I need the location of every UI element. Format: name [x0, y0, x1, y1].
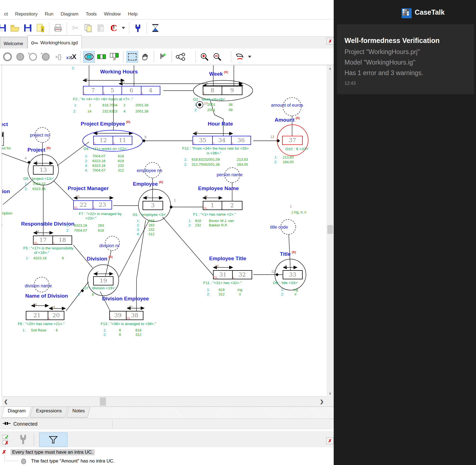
fact-role-box-23[interactable]: 23L	[93, 200, 112, 209]
zoom-out-icon[interactable]	[211, 51, 223, 63]
draw-dropdown-icon[interactable]	[247, 51, 252, 63]
paste-icon[interactable]	[95, 22, 107, 34]
verify-results-icon[interactable]: ✓✗	[2, 433, 14, 446]
save-icon[interactable]	[22, 22, 33, 34]
total-uniqueness-tool-icon[interactable]	[2, 51, 13, 63]
fact-role-box-2[interactable]: 2	[222, 201, 242, 210]
select-tool-icon[interactable]	[126, 51, 138, 63]
value-uniqueness-tool-icon[interactable]: x	[27, 51, 39, 63]
message-row[interactable]: The fact type "Amount" has no intra UC.	[0, 458, 333, 465]
rotate-boxes-view-icon[interactable]: ↺	[109, 51, 120, 63]
fact-role-box-32[interactable]: 32L	[232, 270, 252, 279]
scroll-up-icon[interactable]: ∧	[326, 65, 334, 72]
fact-role-box-8[interactable]: 8L	[203, 86, 222, 95]
role-number: 32	[239, 271, 246, 278]
constraint-number: 11	[204, 195, 208, 199]
role-number: 21	[33, 312, 41, 319]
fact-role-box-33[interactable]: 33	[283, 270, 303, 279]
open-folder-icon[interactable]	[9, 22, 21, 34]
fact-role-box-35[interactable]: 35L	[193, 136, 213, 145]
fact-role-box-37[interactable]: 37	[282, 136, 303, 145]
row-index: 2:	[103, 333, 107, 337]
add-node-tool-icon[interactable]: +	[157, 51, 169, 63]
filter-button[interactable]	[39, 433, 67, 447]
message-row[interactable]: ✗Every fact type must have an intra UC.	[0, 448, 333, 457]
fact-role-box-4[interactable]: 4L	[141, 86, 160, 95]
scroll-right-icon[interactable]: ❯	[319, 398, 325, 405]
fact-role-box-5[interactable]: 5L	[103, 86, 122, 95]
fact-role-box-7[interactable]: 7L	[83, 86, 103, 95]
zoom-in-icon[interactable]	[199, 51, 210, 63]
show-boxes-view-icon[interactable]	[96, 51, 108, 63]
fact-role-box-36[interactable]: 36L	[231, 136, 251, 145]
fact-role-box-3[interactable]: 3	[143, 201, 163, 210]
tab-welcome[interactable]: Welcome	[0, 37, 27, 48]
fact-role-box-13[interactable]: 13	[33, 165, 54, 175]
h-scroll-thumb[interactable]	[100, 397, 106, 406]
close-document-icon[interactable]: ✗	[326, 38, 334, 45]
view-tab-diagram[interactable]: Diagram	[1, 407, 31, 418]
fact-role-box-17[interactable]: 17GL	[33, 236, 53, 245]
fact-role-box-38[interactable]: 38GL	[126, 311, 143, 320]
fact-role-box-9[interactable]: 9	[222, 86, 242, 95]
menu-item-window[interactable]: Window	[100, 11, 124, 17]
exclusion-tool-icon[interactable]: x⤨X	[65, 51, 77, 63]
save-all-icon[interactable]	[0, 22, 8, 34]
diagram-canvas[interactable]: 7L5L64L8L912L11L35L34L36L371331GL222GL23…	[2, 65, 327, 396]
message-text[interactable]: The fact type "Amount" has no intra UC.	[31, 458, 115, 464]
row-index: 1:	[281, 288, 284, 292]
tools-wrench-icon[interactable]	[132, 22, 143, 34]
menu-item-ct[interactable]: ct	[1, 11, 11, 17]
menu-item-tools[interactable]: Tools	[82, 11, 100, 17]
connect-tool-icon[interactable]	[175, 51, 186, 63]
fact-role-box-20[interactable]: 20L	[48, 311, 64, 320]
fact-role-box-39[interactable]: 39L	[109, 311, 126, 320]
menu-item-repository[interactable]: Repository	[11, 11, 41, 17]
print-icon[interactable]	[52, 22, 64, 34]
fact-role-box-18[interactable]: 18L	[52, 236, 72, 245]
show-ellipse-view-icon[interactable]	[83, 51, 95, 63]
fact-role-box-21[interactable]: 21	[26, 311, 48, 320]
scroll-down-icon[interactable]: ∨	[326, 390, 334, 397]
constraint-number: 12	[271, 270, 275, 274]
lexical-marker: L	[93, 206, 95, 209]
uniqueness-tool-icon[interactable]	[14, 51, 26, 63]
fact-type-title: Employee Name	[198, 185, 239, 191]
fact-role-box-12[interactable]: 12L	[93, 136, 113, 145]
pan-hand-icon[interactable]	[139, 51, 151, 63]
copy-icon[interactable]	[83, 22, 94, 34]
v-scroll-thumb[interactable]	[327, 225, 333, 234]
fact-role-box-31[interactable]: 31GL	[213, 270, 233, 279]
h-scrollbar[interactable]: ❮ ❯	[2, 396, 326, 407]
v-scrollbar[interactable]: ∧ ∨	[326, 65, 334, 407]
row-index: 1:	[66, 223, 69, 228]
fact-role-box-11[interactable]: 11L	[113, 136, 132, 145]
notification-card[interactable]: Well-formedness Verification Project "Wo…	[337, 24, 474, 94]
model-info-icon[interactable]: i	[35, 22, 46, 34]
value-list-tool-icon[interactable]: x{}	[53, 51, 64, 63]
view-tab-notes[interactable]: Notes	[66, 407, 90, 418]
fact-role-box-6[interactable]: 6	[121, 86, 141, 95]
message-text[interactable]: Every fact type must have an intra UC.	[11, 449, 95, 455]
settings-wrench-icon[interactable]	[18, 434, 28, 446]
menu-item-run[interactable]: Run	[41, 11, 57, 17]
row-value: 618	[118, 154, 124, 158]
draw-tool-icon[interactable]	[234, 51, 246, 63]
scroll-left-icon[interactable]: ❮	[3, 398, 9, 405]
fact-role-box-34[interactable]: 34L	[212, 136, 232, 145]
menu-item-help[interactable]: Help	[124, 11, 141, 17]
fact-role-box-1[interactable]: 1GL	[203, 201, 222, 210]
fact-role-box-19[interactable]: 19	[93, 276, 113, 285]
verify-dropdown-icon[interactable]	[121, 22, 126, 34]
close-messages-icon[interactable]: ✗	[326, 437, 334, 444]
verify-icon[interactable]: C!	[108, 22, 119, 34]
value-total-tool-icon[interactable]: x	[40, 51, 52, 63]
row-value: 312,70042001,38	[192, 162, 220, 167]
view-tab-expressions[interactable]: Expressions	[30, 407, 67, 418]
row-value: 618	[219, 288, 225, 292]
tab-workinghoursigd[interactable]: WorkingHours.igd	[27, 35, 82, 48]
fact-role-box-22[interactable]: 22GL	[73, 200, 93, 209]
menu-item-diagram[interactable]: Diagram	[57, 11, 82, 17]
cut-icon[interactable]: ✂	[70, 22, 81, 34]
hourglass-icon[interactable]	[150, 22, 161, 34]
